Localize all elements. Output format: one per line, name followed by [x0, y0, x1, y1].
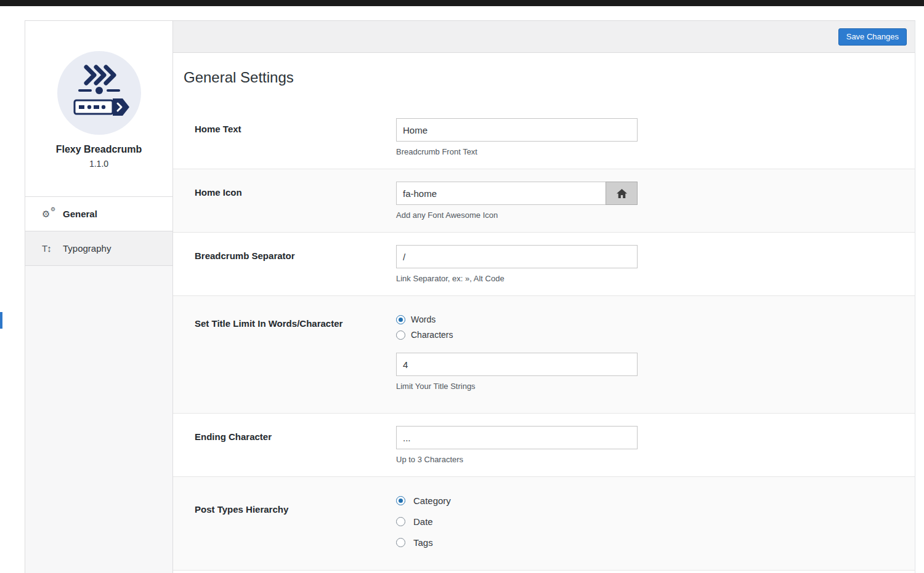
title-section: General Settings	[173, 53, 915, 106]
category-radio-label: Category	[413, 495, 451, 506]
home-icon	[617, 189, 627, 198]
separator-input[interactable]	[396, 245, 638, 268]
home-icon-input-group	[396, 182, 638, 205]
separator-helper: Link Separator, ex: », Alt Code	[396, 274, 638, 283]
sidebar: Flexy Breadcrumb 1.1.0 ⚙ ⚙ General T↕ Ty…	[25, 20, 173, 573]
date-radio-input[interactable]	[396, 517, 405, 526]
tags-radio-input[interactable]	[396, 538, 405, 547]
home-icon-row: Home Icon Add any Font Awesome Icon	[173, 169, 915, 232]
save-changes-button[interactable]: Save Changes	[838, 28, 907, 46]
settings-content: Save Changes General Settings Home Text …	[173, 20, 915, 573]
separator-label: Breadcrumb Separator	[195, 245, 396, 283]
wp-admin-bar	[0, 0, 924, 6]
page-title: General Settings	[184, 69, 915, 86]
words-radio-input[interactable]	[396, 315, 405, 324]
flexy-breadcrumb-logo-icon	[57, 51, 141, 135]
title-limit-helper: Limit Your Title Strings	[396, 382, 638, 391]
left-edge-accent	[0, 312, 2, 329]
radio-option-date[interactable]: Date	[396, 516, 638, 527]
date-radio-label: Date	[413, 516, 433, 527]
title-limit-field: Words Characters Limit Your Title String…	[396, 315, 638, 391]
radio-option-category[interactable]: Category	[396, 495, 638, 506]
tab-general[interactable]: ⚙ ⚙ General	[25, 196, 172, 231]
post-types-row: Post Types Hierarchy Category Date Tags	[173, 476, 915, 571]
home-text-field: Breadcrumb Front Text	[396, 118, 638, 156]
home-icon-input[interactable]	[396, 182, 606, 205]
title-limit-input[interactable]	[396, 353, 638, 376]
home-icon-label: Home Icon	[195, 182, 396, 220]
plugin-version: 1.1.0	[25, 159, 172, 169]
breadcrumb-logo-graphic	[57, 51, 141, 135]
home-icon-helper: Add any Font Awesome Icon	[396, 210, 638, 220]
tab-general-label: General	[63, 209, 97, 219]
home-text-input[interactable]	[396, 118, 638, 142]
post-types-field: Category Date Tags	[396, 495, 638, 548]
home-text-row: Home Text Breadcrumb Front Text	[173, 106, 915, 169]
ending-character-helper: Up to 3 Characters	[396, 455, 638, 464]
category-radio-input[interactable]	[396, 496, 405, 505]
tab-typography-label: Typography	[63, 243, 111, 254]
radio-option-words[interactable]: Words	[396, 315, 638, 324]
title-limit-label: Set Title Limit In Words/Character	[195, 315, 396, 391]
tags-radio-label: Tags	[413, 537, 433, 548]
post-types-label: Post Types Hierarchy	[195, 495, 396, 548]
plugin-name: Flexy Breadcrumb	[25, 144, 172, 155]
sidebar-filler	[25, 265, 172, 573]
words-radio-label: Words	[411, 315, 436, 324]
radio-option-characters[interactable]: Characters	[396, 330, 638, 340]
characters-radio-input[interactable]	[396, 331, 405, 340]
home-text-helper: Breadcrumb Front Text	[396, 147, 638, 156]
ending-character-row: Ending Character Up to 3 Characters	[173, 413, 915, 476]
plugin-info-card: Flexy Breadcrumb 1.1.0	[25, 21, 172, 196]
characters-radio-label: Characters	[411, 330, 453, 340]
separator-row: Breadcrumb Separator Link Separator, ex:…	[173, 232, 915, 295]
gears-icon: ⚙ ⚙	[42, 209, 55, 220]
tab-typography[interactable]: T↕ Typography	[25, 231, 172, 265]
home-icon-field: Add any Font Awesome Icon	[396, 182, 638, 220]
text-height-icon: T↕	[42, 243, 55, 254]
separator-field: Link Separator, ex: », Alt Code	[396, 245, 638, 283]
radio-option-tags[interactable]: Tags	[396, 537, 638, 548]
title-limit-row: Set Title Limit In Words/Character Words…	[173, 295, 915, 413]
ending-character-field: Up to 3 Characters	[396, 426, 638, 464]
toolbar: Save Changes	[173, 21, 915, 53]
home-icon-preview-button[interactable]	[606, 182, 638, 205]
ending-character-input[interactable]	[396, 426, 638, 449]
plugin-settings-page: Flexy Breadcrumb 1.1.0 ⚙ ⚙ General T↕ Ty…	[25, 20, 915, 573]
ending-character-label: Ending Character	[195, 426, 396, 464]
home-text-label: Home Text	[195, 118, 396, 156]
